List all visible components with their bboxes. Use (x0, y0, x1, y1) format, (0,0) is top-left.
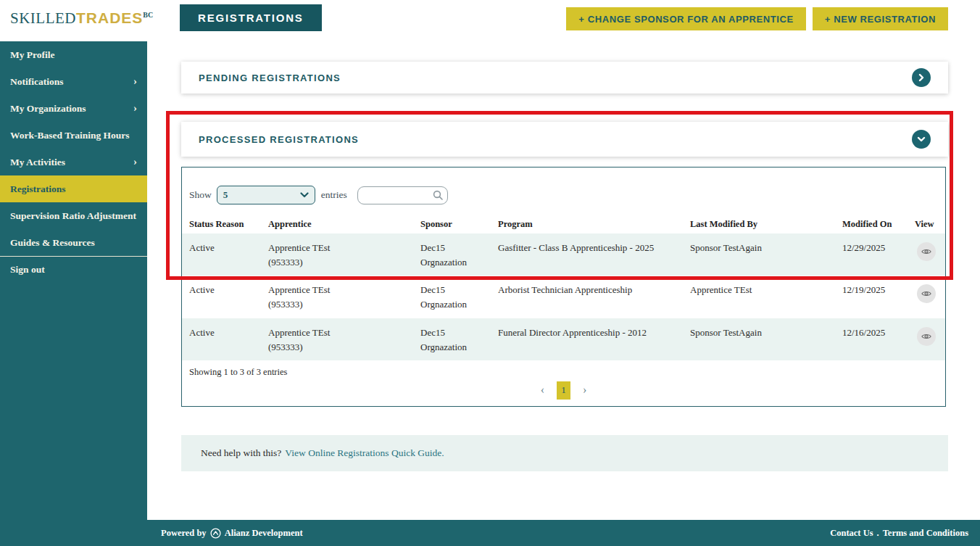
page-title: REGISTRATIONS (180, 4, 322, 31)
help-text: Need help with this? (201, 447, 281, 459)
quick-guide-link[interactable]: View Online Registrations Quick Guide. (285, 447, 444, 459)
sponsor-name-line2: Orgnazation (420, 297, 483, 312)
sidebar-item-work-based-training-hours[interactable]: Work-Based Training Hours (0, 122, 147, 149)
cell-view (908, 318, 945, 360)
eye-icon (921, 289, 931, 298)
footer-links: Contact Us . Terms and Conditions (830, 528, 968, 539)
pagination-page-1[interactable]: 1 (557, 381, 570, 400)
company-name: Alianz Development (225, 528, 303, 539)
cell-status: Active (182, 276, 261, 318)
sidebar-item-label: Sign out (10, 264, 45, 276)
entries-label: entries (321, 189, 347, 201)
table-header-row: Status Reason Apprentice Sponsor Program… (182, 215, 945, 233)
expand-pending-button[interactable] (912, 68, 931, 87)
cell-last-modified-by: Sponsor TestAgain (683, 318, 835, 360)
cell-sponsor: Dec15 Orgnazation (413, 233, 491, 276)
view-registration-button[interactable] (917, 327, 936, 346)
apprentice-id: (953333) (268, 297, 406, 312)
column-last-modified-by: Last Modified By (683, 215, 835, 233)
pagination-next-button[interactable]: › (578, 383, 591, 397)
pagination: ‹ 1 › (182, 381, 945, 400)
sidebar-item-label: Supervision Ratio Adjustment (10, 210, 136, 222)
sidebar-item-my-profile[interactable]: My Profile (0, 41, 147, 68)
sponsor-name-line2: Orgnazation (420, 255, 483, 270)
collapse-processed-button[interactable] (912, 130, 931, 149)
processed-registrations-title: PROCESSED REGISTRATIONS (199, 134, 359, 145)
sidebar-item-label: Work-Based Training Hours (10, 130, 130, 141)
sidebar-item-label: My Organizations (10, 103, 86, 115)
sponsor-name-line1: Dec15 (420, 283, 483, 297)
sponsor-name-line2: Orgnazation (420, 340, 483, 355)
table-row: Active Apprentice TEst (953333) Dec15 Or… (182, 233, 945, 276)
processed-registrations-table-container: Show 5 entries Status Reason Apprentice … (181, 167, 946, 407)
sidebar-item-label: Guides & Resources (10, 237, 95, 249)
cell-modified-on: 12/16/2025 (835, 318, 908, 360)
table-summary: Showing 1 to 3 of 3 entries (182, 360, 945, 378)
cell-program: Arborist Technician Apprenticeship (491, 276, 683, 318)
cell-status: Active (182, 233, 261, 276)
header-actions: + CHANGE SPONSOR FOR AN APPRENTICE + NEW… (566, 7, 948, 30)
cell-program: Funeral Director Apprenticeship - 2012 (491, 318, 683, 360)
powered-by-label: Powered by (161, 528, 207, 539)
sidebar-item-registrations[interactable]: Registrations (0, 175, 147, 202)
sidebar-item-label: My Activities (10, 157, 65, 168)
cell-modified-on: 12/19/2025 (835, 276, 908, 318)
sidebar-item-my-organizations[interactable]: My Organizations › (0, 95, 147, 122)
table-controls: Show 5 entries (189, 186, 938, 204)
page-size-select[interactable]: 5 (217, 186, 315, 204)
cell-sponsor: Dec15 Orgnazation (413, 318, 491, 360)
pending-registrations-panel: PENDING REGISTRATIONS (181, 62, 948, 94)
sidebar-item-label: Notifications (10, 76, 64, 88)
sidebar-item-notifications[interactable]: Notifications › (0, 68, 147, 95)
processed-registrations-panel: PROCESSED REGISTRATIONS (181, 122, 948, 157)
apprentice-name: Apprentice TEst (268, 326, 406, 340)
sidebar-item-label: My Profile (10, 49, 55, 61)
cell-apprentice: Apprentice TEst (953333) (261, 233, 413, 276)
cell-modified-on: 12/29/2025 (835, 233, 908, 276)
sidebar: My Profile Notifications › My Organizati… (0, 41, 147, 546)
page-size-value: 5 (223, 189, 228, 201)
sidebar-item-sign-out[interactable]: Sign out (0, 256, 147, 283)
chevron-right-icon (917, 73, 926, 82)
cell-program: Gasfitter - Class B Apprenticeship - 202… (491, 233, 683, 276)
apprentice-name: Apprentice TEst (268, 283, 406, 297)
sponsor-name-line1: Dec15 (420, 241, 483, 255)
table-search (357, 186, 448, 204)
column-modified-on: Modified On (835, 215, 908, 233)
table-row: Active Apprentice TEst (953333) Dec15 Or… (182, 318, 945, 360)
sidebar-item-supervision-ratio-adjustment[interactable]: Supervision Ratio Adjustment (0, 202, 147, 229)
brand-logo-bc: BC (143, 11, 153, 19)
terms-and-conditions-link[interactable]: Terms and Conditions (883, 528, 968, 539)
view-registration-button[interactable] (917, 284, 936, 303)
cell-last-modified-by: Sponsor TestAgain (683, 233, 835, 276)
sidebar-item-my-activities[interactable]: My Activities › (0, 149, 147, 175)
apprentice-id: (953333) (268, 340, 406, 355)
pagination-prev-button[interactable]: ‹ (536, 383, 549, 397)
search-icon (433, 190, 443, 200)
registrations-table: Status Reason Apprentice Sponsor Program… (182, 215, 945, 360)
contact-us-link[interactable]: Contact Us (830, 528, 873, 539)
eye-icon (921, 247, 931, 256)
cell-sponsor: Dec15 Orgnazation (413, 276, 491, 318)
brand-logo[interactable]: SKILLEDTRADESBC (10, 9, 153, 28)
table-row: Active Apprentice TEst (953333) Dec15 Or… (182, 276, 945, 318)
sponsor-name-line1: Dec15 (420, 326, 483, 340)
cell-status: Active (182, 318, 261, 360)
new-registration-button[interactable]: + NEW REGISTRATION (813, 7, 948, 30)
alianz-logo-icon (210, 528, 221, 539)
chevron-right-icon: › (133, 76, 137, 87)
sidebar-item-guides-resources[interactable]: Guides & Resources (0, 229, 147, 256)
chevron-right-icon: › (133, 157, 137, 167)
help-box: Need help with this? View Online Registr… (181, 435, 948, 471)
view-registration-button[interactable] (917, 242, 936, 261)
footer-powered-by: Powered by Alianz Development (161, 528, 303, 539)
change-sponsor-button[interactable]: + CHANGE SPONSOR FOR AN APPRENTICE (566, 7, 805, 30)
apprentice-name: Apprentice TEst (268, 241, 406, 255)
eye-icon (921, 332, 931, 341)
cell-apprentice: Apprentice TEst (953333) (261, 318, 413, 360)
chevron-down-icon (300, 192, 309, 198)
column-program: Program (491, 215, 683, 233)
chevron-right-icon: › (133, 103, 137, 114)
cell-view (908, 233, 945, 276)
cell-last-modified-by: Apprentice TEst (683, 276, 835, 318)
